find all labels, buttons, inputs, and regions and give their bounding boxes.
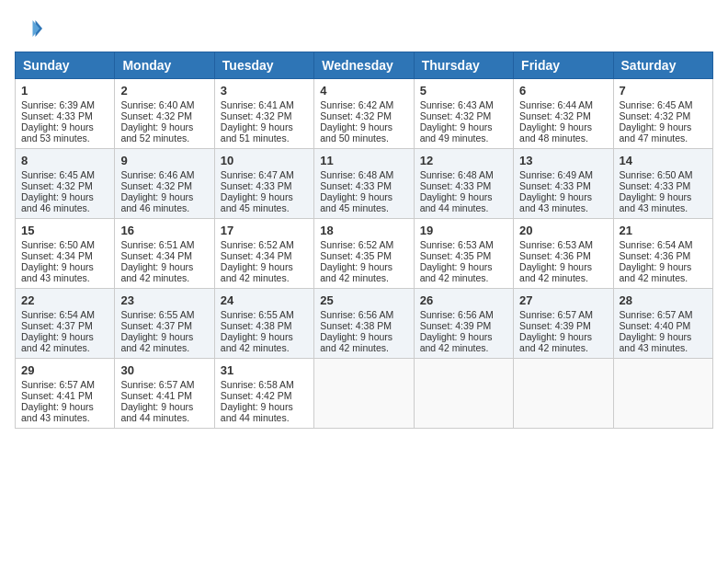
daylight-text: Daylight: 9 hours and 42 minutes. xyxy=(420,331,507,353)
day-cell: 29Sunrise: 6:57 AMSunset: 4:41 PMDayligh… xyxy=(16,359,115,429)
day-cell: 3Sunrise: 6:41 AMSunset: 4:32 PMDaylight… xyxy=(214,79,313,149)
sunset-text: Sunset: 4:33 PM xyxy=(420,180,507,191)
sunset-text: Sunset: 4:35 PM xyxy=(320,250,407,261)
sunrise-text: Sunrise: 6:56 AM xyxy=(420,309,507,320)
week-row-1: 1Sunrise: 6:39 AMSunset: 4:33 PMDaylight… xyxy=(16,79,713,149)
week-row-2: 8Sunrise: 6:45 AMSunset: 4:32 PMDaylight… xyxy=(16,149,713,219)
day-cell xyxy=(314,359,414,429)
day-cell: 22Sunrise: 6:54 AMSunset: 4:37 PMDayligh… xyxy=(16,289,115,359)
day-cell: 2Sunrise: 6:40 AMSunset: 4:32 PMDaylight… xyxy=(115,79,214,149)
day-number: 6 xyxy=(519,84,607,98)
day-number: 8 xyxy=(21,154,108,167)
sunrise-text: Sunrise: 6:53 AM xyxy=(519,239,607,250)
day-cell: 20Sunrise: 6:53 AMSunset: 4:36 PMDayligh… xyxy=(514,219,613,289)
sunset-text: Sunset: 4:32 PM xyxy=(320,110,407,121)
sunrise-text: Sunrise: 6:48 AM xyxy=(420,169,507,180)
day-number: 5 xyxy=(420,84,507,98)
sunrise-text: Sunrise: 6:39 AM xyxy=(21,99,108,110)
day-number: 11 xyxy=(320,154,407,167)
calendar-body: 1Sunrise: 6:39 AMSunset: 4:33 PMDaylight… xyxy=(16,79,713,429)
daylight-text: Daylight: 9 hours and 43 minutes. xyxy=(21,261,108,283)
daylight-text: Daylight: 9 hours and 48 minutes. xyxy=(519,121,607,144)
sunrise-text: Sunrise: 6:49 AM xyxy=(519,169,607,180)
sunset-text: Sunset: 4:38 PM xyxy=(221,320,308,331)
col-header-monday: Monday xyxy=(115,52,214,79)
sunset-text: Sunset: 4:33 PM xyxy=(620,180,707,191)
day-cell: 23Sunrise: 6:55 AMSunset: 4:37 PMDayligh… xyxy=(115,289,214,359)
calendar-header: SundayMondayTuesdayWednesdayThursdayFrid… xyxy=(16,52,713,79)
daylight-text: Daylight: 9 hours and 42 minutes. xyxy=(221,261,308,283)
sunset-text: Sunset: 4:32 PM xyxy=(519,110,607,121)
day-number: 10 xyxy=(221,154,308,167)
day-cell: 27Sunrise: 6:57 AMSunset: 4:39 PMDayligh… xyxy=(514,289,613,359)
sunrise-text: Sunrise: 6:57 AM xyxy=(120,379,208,390)
sunrise-text: Sunrise: 6:46 AM xyxy=(120,169,208,180)
daylight-text: Daylight: 9 hours and 45 minutes. xyxy=(221,191,308,213)
day-cell: 15Sunrise: 6:50 AMSunset: 4:34 PMDayligh… xyxy=(16,219,115,289)
sunset-text: Sunset: 4:37 PM xyxy=(120,320,208,331)
daylight-text: Daylight: 9 hours and 42 minutes. xyxy=(320,331,407,353)
sunset-text: Sunset: 4:32 PM xyxy=(120,110,208,121)
day-cell: 5Sunrise: 6:43 AMSunset: 4:32 PMDaylight… xyxy=(414,79,513,149)
col-header-friday: Friday xyxy=(514,52,613,79)
daylight-text: Daylight: 9 hours and 44 minutes. xyxy=(420,191,507,213)
sunrise-text: Sunrise: 6:45 AM xyxy=(21,169,108,180)
sunset-text: Sunset: 4:42 PM xyxy=(221,390,308,401)
sunset-text: Sunset: 4:33 PM xyxy=(519,180,607,191)
sunset-text: Sunset: 4:41 PM xyxy=(21,390,108,401)
day-cell: 10Sunrise: 6:47 AMSunset: 4:33 PMDayligh… xyxy=(214,149,313,219)
sunset-text: Sunset: 4:34 PM xyxy=(221,250,308,261)
day-cell: 18Sunrise: 6:52 AMSunset: 4:35 PMDayligh… xyxy=(314,219,414,289)
day-cell: 24Sunrise: 6:55 AMSunset: 4:38 PMDayligh… xyxy=(214,289,313,359)
sunset-text: Sunset: 4:38 PM xyxy=(320,320,407,331)
daylight-text: Daylight: 9 hours and 42 minutes. xyxy=(420,261,507,283)
sunset-text: Sunset: 4:34 PM xyxy=(120,250,208,261)
sunset-text: Sunset: 4:32 PM xyxy=(420,110,507,121)
daylight-text: Daylight: 9 hours and 52 minutes. xyxy=(120,121,208,144)
sunset-text: Sunset: 4:33 PM xyxy=(221,180,308,191)
sunset-text: Sunset: 4:33 PM xyxy=(21,110,108,121)
sunrise-text: Sunrise: 6:52 AM xyxy=(221,239,308,250)
sunrise-text: Sunrise: 6:52 AM xyxy=(320,239,407,250)
day-number: 22 xyxy=(21,293,108,307)
sunrise-text: Sunrise: 6:57 AM xyxy=(21,379,108,390)
sunset-text: Sunset: 4:32 PM xyxy=(21,180,108,191)
day-cell: 9Sunrise: 6:46 AMSunset: 4:32 PMDaylight… xyxy=(115,149,214,219)
sunset-text: Sunset: 4:33 PM xyxy=(320,180,407,191)
sunset-text: Sunset: 4:32 PM xyxy=(120,180,208,191)
daylight-text: Daylight: 9 hours and 42 minutes. xyxy=(620,261,707,283)
day-number: 13 xyxy=(519,154,607,167)
day-cell xyxy=(613,359,712,429)
day-number: 31 xyxy=(221,363,308,377)
sunrise-text: Sunrise: 6:54 AM xyxy=(620,239,707,250)
calendar-table: SundayMondayTuesdayWednesdayThursdayFrid… xyxy=(15,52,713,429)
day-number: 24 xyxy=(221,293,308,307)
sunset-text: Sunset: 4:32 PM xyxy=(620,110,707,121)
col-header-tuesday: Tuesday xyxy=(214,52,313,79)
daylight-text: Daylight: 9 hours and 42 minutes. xyxy=(21,331,108,353)
day-number: 17 xyxy=(221,224,308,237)
sunset-text: Sunset: 4:36 PM xyxy=(519,250,607,261)
sunrise-text: Sunrise: 6:55 AM xyxy=(221,309,308,320)
sunset-text: Sunset: 4:40 PM xyxy=(620,320,707,331)
day-cell: 4Sunrise: 6:42 AMSunset: 4:32 PMDaylight… xyxy=(314,79,414,149)
day-cell: 1Sunrise: 6:39 AMSunset: 4:33 PMDaylight… xyxy=(16,79,115,149)
week-row-3: 15Sunrise: 6:50 AMSunset: 4:34 PMDayligh… xyxy=(16,219,713,289)
day-number: 29 xyxy=(21,363,108,377)
day-number: 23 xyxy=(120,293,208,307)
daylight-text: Daylight: 9 hours and 42 minutes. xyxy=(221,331,308,353)
sunset-text: Sunset: 4:39 PM xyxy=(519,320,607,331)
col-header-wednesday: Wednesday xyxy=(314,52,414,79)
day-cell: 19Sunrise: 6:53 AMSunset: 4:35 PMDayligh… xyxy=(414,219,513,289)
daylight-text: Daylight: 9 hours and 46 minutes. xyxy=(21,191,108,213)
sunset-text: Sunset: 4:35 PM xyxy=(420,250,507,261)
col-header-sunday: Sunday xyxy=(16,52,115,79)
sunset-text: Sunset: 4:36 PM xyxy=(620,250,707,261)
week-row-5: 29Sunrise: 6:57 AMSunset: 4:41 PMDayligh… xyxy=(16,359,713,429)
day-cell: 7Sunrise: 6:45 AMSunset: 4:32 PMDaylight… xyxy=(613,79,712,149)
daylight-text: Daylight: 9 hours and 42 minutes. xyxy=(120,261,208,283)
sunrise-text: Sunrise: 6:57 AM xyxy=(620,309,707,320)
day-number: 14 xyxy=(620,154,707,167)
day-number: 26 xyxy=(420,293,507,307)
day-cell: 28Sunrise: 6:57 AMSunset: 4:40 PMDayligh… xyxy=(613,289,712,359)
